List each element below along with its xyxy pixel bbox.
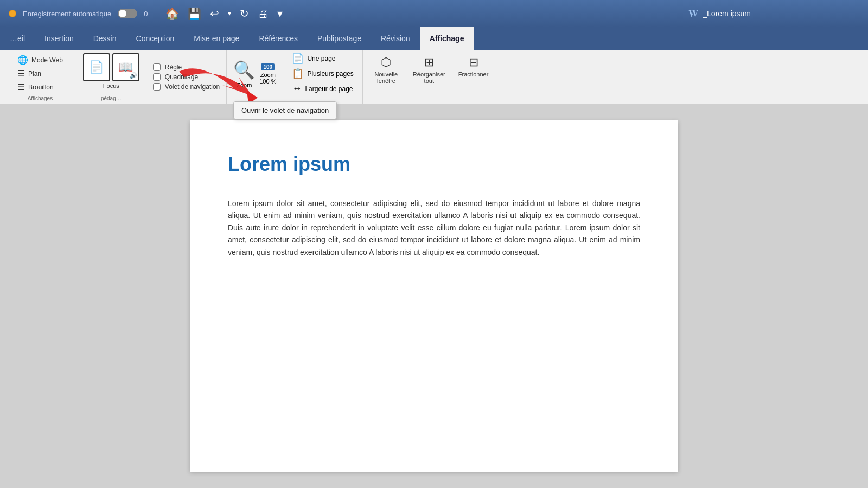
ribbon-group-afficher: Règle Quadrillage Volet de navigation Ou… <box>146 50 227 104</box>
zoom-btn[interactable]: 🔍 Zoom <box>233 60 255 88</box>
sound-badge-icon: 🔊 <box>130 72 137 79</box>
document-body: Lorem ipsum dolor sit amet, consectetur … <box>228 197 640 258</box>
zoom-100-btn[interactable]: 100 Zoom100 % <box>259 63 276 85</box>
doc-name: _Lorem ipsum <box>703 9 751 18</box>
une-page-icon: 📄 <box>292 53 304 65</box>
ribbon-content: 🌐 Mode Web ☰ Plan ☰ Brouillon Affichages… <box>0 50 868 104</box>
largeur-icon: ↔ <box>292 83 302 94</box>
focus-sound-icon[interactable]: 📖 🔊 <box>112 53 139 81</box>
brouillon-label: Brouillon <box>28 84 54 91</box>
plusieurs-pages-icon: 📋 <box>292 68 304 80</box>
zoom-label: Zoom <box>237 82 252 88</box>
tab-mise-en-page[interactable]: Mise en page <box>184 27 249 50</box>
plan-btn[interactable]: ☰ Plan <box>14 67 66 80</box>
vues-group-label: Affichages <box>28 95 53 101</box>
zoom-100-badge: 100 <box>261 63 275 70</box>
largeur-label: Largeur de page <box>305 85 353 93</box>
nouvelle-fenetre-icon: ⬡ <box>381 55 391 69</box>
word-icon: 𝐖 <box>688 8 698 20</box>
undo-icon[interactable]: ↩ <box>210 7 219 20</box>
tab-dessin[interactable]: Dessin <box>84 27 126 50</box>
ribbon-group-focus: 📄 📖 🔊 Focus pédag… <box>76 50 146 104</box>
focus-group-label: pédag… <box>101 95 122 101</box>
zoom-icon: 🔍 <box>233 60 255 80</box>
reorganiser-label: Réorganisertout <box>413 71 445 84</box>
more-icon[interactable]: ▾ <box>277 7 283 20</box>
reorganiser-btn[interactable]: ⊞ Réorganisertout <box>407 53 451 86</box>
undo-dropdown-icon[interactable]: ▾ <box>228 10 231 17</box>
ribbon-group-fenetre: ⬡ Nouvellefenêtre ⊞ Réorganisertout ⊟ Fr… <box>363 50 499 104</box>
autosave-toggle[interactable] <box>118 9 137 18</box>
volet-nav-checkbox[interactable] <box>153 83 161 91</box>
plan-icon: ☰ <box>17 68 25 79</box>
brouillon-btn[interactable]: ☰ Brouillon <box>14 81 66 93</box>
vues-small-group: 🌐 Mode Web ☰ Plan ☰ Brouillon <box>11 52 69 95</box>
tooltip-text: Ouvrir le volet de navigation <box>241 106 329 114</box>
reorganiser-icon: ⊞ <box>424 55 434 69</box>
document-title-bar: 𝐖 _Lorem ipsum <box>688 8 751 20</box>
document-page: Lorem ipsum Lorem ipsum dolor sit amet, … <box>190 120 678 472</box>
redo-icon[interactable]: ↻ <box>240 7 249 20</box>
fractionner-label: Fractionner <box>458 71 489 78</box>
plusieurs-pages-btn[interactable]: 📋 Plusieurs pages <box>290 67 355 81</box>
fractionner-btn[interactable]: ⊟ Fractionner <box>453 53 494 80</box>
print-icon[interactable]: 🖨 <box>258 8 269 20</box>
tab-insertion[interactable]: Insertion <box>35 27 84 50</box>
volet-nav-checkbox-item[interactable]: Volet de navigation <box>153 83 220 91</box>
autosave-num: 0 <box>144 10 148 18</box>
tab-accueil[interactable]: …eil <box>0 27 35 50</box>
tooltip-volet-navigation: Ouvrir le volet de navigation <box>233 101 337 119</box>
mode-web-label: Mode Web <box>31 56 63 64</box>
volet-nav-label: Volet de navigation <box>165 83 220 91</box>
quadrillage-label: Quadrillage <box>165 73 198 81</box>
quadrillage-checkbox[interactable] <box>153 73 161 81</box>
mode-web-btn[interactable]: 🌐 Mode Web <box>14 54 66 66</box>
main-area: Lorem ipsum Lorem ipsum dolor sit amet, … <box>0 104 868 488</box>
une-page-btn[interactable]: 📄 Une page <box>290 52 355 66</box>
regle-checkbox[interactable] <box>153 63 161 71</box>
plusieurs-pages-label: Plusieurs pages <box>307 70 353 78</box>
title-bar: Enregistrement automatique 0 🏠 💾 ↩ ▾ ↻ 🖨… <box>0 0 868 27</box>
tab-affichage[interactable]: Affichage <box>420 27 474 50</box>
focus-doc-icon[interactable]: 📄 <box>83 53 110 81</box>
largeur-page-btn[interactable]: ↔ Largeur de page <box>290 82 355 95</box>
nouvelle-fenetre-btn[interactable]: ⬡ Nouvellefenêtre <box>367 53 405 86</box>
autosave-label: Enregistrement automatique <box>23 10 111 18</box>
brouillon-icon: ☰ <box>17 82 25 92</box>
tab-revision[interactable]: Révision <box>371 27 420 50</box>
une-page-label: Une page <box>307 55 335 62</box>
mode-web-icon: 🌐 <box>17 55 28 65</box>
save-icon[interactable]: 💾 <box>188 7 201 20</box>
document-title: Lorem ipsum <box>228 153 640 176</box>
nouvelle-fenetre-label: Nouvellefenêtre <box>374 71 398 84</box>
ribbon-group-zoom: 🔍 Zoom 100 Zoom100 % <box>227 50 283 104</box>
quadrillage-checkbox-item[interactable]: Quadrillage <box>153 73 220 81</box>
zoom-100-label: Zoom100 % <box>259 72 276 85</box>
focus-label: Focus <box>103 82 119 89</box>
title-bar-icons: 🏠 💾 ↩ ▾ ↻ 🖨 ▾ <box>165 7 283 20</box>
traffic-light-yellow[interactable] <box>9 10 16 17</box>
tab-publipostage[interactable]: Publipostage <box>308 27 371 50</box>
document-area[interactable]: Lorem ipsum Lorem ipsum dolor sit amet, … <box>0 104 868 488</box>
focus-icons-row: 📄 📖 🔊 <box>83 53 139 81</box>
plan-label: Plan <box>28 70 41 78</box>
tab-conception[interactable]: Conception <box>126 27 184 50</box>
ribbon-tabs: …eil Insertion Dessin Conception Mise en… <box>0 27 868 50</box>
regle-checkbox-item[interactable]: Règle <box>153 63 220 71</box>
tab-references[interactable]: Références <box>249 27 308 50</box>
ribbon-group-page-views: 📄 Une page 📋 Plusieurs pages ↔ Largeur d… <box>283 50 362 104</box>
fractionner-icon: ⊟ <box>469 55 478 69</box>
home-icon[interactable]: 🏠 <box>165 7 179 20</box>
regle-label: Règle <box>165 63 182 71</box>
ribbon-group-vues: 🌐 Mode Web ☰ Plan ☰ Brouillon Affichages <box>4 50 76 104</box>
